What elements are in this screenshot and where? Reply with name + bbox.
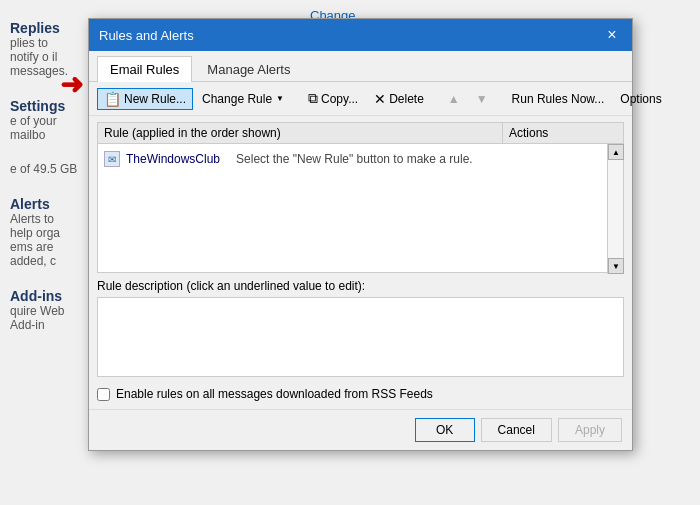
sidebar-addins-section: Add-ins quire Web Add-in: [10, 288, 80, 332]
sidebar-quota-text: e of 49.5 GB: [10, 162, 80, 176]
col-rule-header: Rule (applied in the order shown): [98, 123, 503, 143]
sidebar-alerts-text: Alerts to help orga ems are added, c: [10, 212, 80, 268]
dialog-titlebar: Rules and Alerts ×: [89, 19, 632, 51]
new-rule-button[interactable]: 📋 New Rule...: [97, 88, 193, 110]
dialog-close-button[interactable]: ×: [602, 25, 622, 45]
apply-button[interactable]: Apply: [558, 418, 622, 442]
copy-button[interactable]: ⧉ Copy...: [301, 87, 365, 110]
sidebar-addins-title: Add-ins: [10, 288, 80, 304]
sidebar-settings-text: e of your mailbo: [10, 114, 80, 142]
options-button[interactable]: Options: [613, 89, 668, 109]
rule-row-icon: ✉: [104, 151, 120, 167]
rules-list-body: ✉ TheWindowsClub Select the "New Rule" b…: [97, 143, 624, 273]
change-rule-button[interactable]: Change Rule ▼: [195, 89, 291, 109]
rule-row[interactable]: ✉ TheWindowsClub Select the "New Rule" b…: [98, 148, 607, 170]
toolbar: 📋 New Rule... Change Rule ▼ ⧉ Copy... ✕ …: [89, 82, 632, 116]
move-up-button[interactable]: ▲: [441, 89, 467, 109]
rules-area: Rule (applied in the order shown) Action…: [89, 116, 632, 279]
scrollbar-up-button[interactable]: ▲: [608, 144, 624, 160]
rules-list-inner: ✉ TheWindowsClub Select the "New Rule" b…: [98, 144, 607, 174]
rss-checkbox-label[interactable]: Enable rules on all messages downloaded …: [97, 387, 624, 401]
rule-name: TheWindowsClub: [126, 152, 220, 166]
tab-email-rules[interactable]: Email Rules: [97, 56, 192, 82]
copy-icon: ⧉: [308, 90, 318, 107]
red-arrow-icon: ➜: [60, 68, 83, 101]
dialog-title: Rules and Alerts: [99, 28, 194, 43]
tab-manage-alerts[interactable]: Manage Alerts: [194, 56, 303, 82]
delete-button[interactable]: ✕ Delete: [367, 88, 431, 110]
sidebar-alerts-section: Alerts Alerts to help orga ems are added…: [10, 196, 80, 268]
scrollbar-down-button[interactable]: ▼: [608, 258, 624, 274]
move-down-button[interactable]: ▼: [469, 89, 495, 109]
description-label: Rule description (click an underlined va…: [97, 279, 624, 293]
rules-and-alerts-dialog: Rules and Alerts × Email Rules Manage Al…: [88, 18, 633, 451]
delete-icon: ✕: [374, 91, 386, 107]
dialog-footer: OK Cancel Apply: [89, 409, 632, 450]
sidebar-settings-section: Settings e of your mailbo: [10, 98, 80, 142]
new-rule-icon: 📋: [104, 91, 121, 107]
rule-hint: Select the "New Rule" button to make a r…: [236, 152, 473, 166]
sidebar-addins-text: quire Web Add-in: [10, 304, 80, 332]
checkbox-area: Enable rules on all messages downloaded …: [89, 383, 632, 409]
scrollbar-track: [608, 160, 623, 258]
rules-scrollbar[interactable]: ▲ ▼: [607, 144, 623, 274]
description-area: Rule description (click an underlined va…: [89, 279, 632, 383]
tab-bar: Email Rules Manage Alerts: [89, 51, 632, 82]
sidebar-quota-section: e of 49.5 GB: [10, 162, 80, 176]
description-box[interactable]: [97, 297, 624, 377]
change-rule-dropdown-icon: ▼: [276, 94, 284, 103]
sidebar-replies-title: Replies: [10, 20, 80, 36]
sidebar-alerts-title: Alerts: [10, 196, 80, 212]
col-actions-header: Actions: [503, 123, 623, 143]
cancel-button[interactable]: Cancel: [481, 418, 552, 442]
rss-checkbox[interactable]: [97, 388, 110, 401]
rules-table-header: Rule (applied in the order shown) Action…: [97, 122, 624, 143]
rss-checkbox-text: Enable rules on all messages downloaded …: [116, 387, 433, 401]
ok-button[interactable]: OK: [415, 418, 475, 442]
run-rules-now-button[interactable]: Run Rules Now...: [505, 89, 612, 109]
